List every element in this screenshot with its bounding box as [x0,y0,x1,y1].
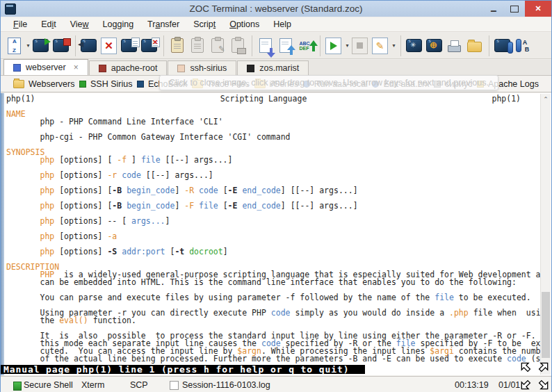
zoc-terminal-window: ZOC Terminal : webserver (Standard.zoc) … [0,0,552,392]
terminal-line: can be embedded into HTML. This is the c… [6,279,550,286]
terminal-scrollbar[interactable] [540,94,551,375]
sort-az-dropdown-icon[interactable] [25,35,31,56]
image-viewer-tooltip: Click to close image, click and drag to … [159,75,498,90]
menu-logging[interactable]: Logging [96,19,141,29]
stop-script-icon[interactable] [350,35,369,56]
tab-bar: webserver×apache-rootssh-siriuszos.maris… [1,60,551,76]
terminal-line: php [options] [-B begin_code] -R code [-… [6,187,550,195]
status-log-file[interactable]: Session-1116-0103.log [182,377,270,392]
terminal-line: php-cgi - PHP Common Gateway Interface '… [6,133,550,141]
terminal-line: php [options] -a [6,233,550,240]
manpage-body: NAME php - PHP Command Line Interface 'C… [6,103,550,363]
menu-file[interactable]: File [6,19,34,29]
menu-help[interactable]: Help [266,19,298,29]
tab-icon [247,65,254,72]
run-script-dropdown-icon[interactable] [344,35,350,56]
capture-to-file-icon[interactable] [120,35,138,56]
terminal-line: php [options] -- [ args...] [6,218,550,225]
terminal-line [6,256,550,263]
close-button[interactable] [525,1,551,17]
secure-shell-icon [13,382,22,391]
tab-icon [99,65,106,72]
terminal-line: the eval() function. [6,317,550,325]
paste-clipboard-icon[interactable] [168,35,186,56]
capture-off-icon[interactable] [140,35,159,56]
quick-button-Webservers[interactable]: Webservers [13,79,74,89]
pager-status-line: Manual page php(1) line 1 (press h for h… [1,365,365,374]
charset-ab-icon[interactable] [513,35,532,56]
menu-view[interactable]: View [63,19,96,29]
terminal-line: php [options] [ -f ] file [[--] args...] [6,156,550,164]
connect-session-icon[interactable] [31,35,50,56]
terminal-line: You can parse and execute files by using… [6,294,550,302]
print-clipboard-icon[interactable] [228,35,247,56]
manpage-header-center: Scripting Language [220,95,307,103]
terminal-line: php [options] -S addr:port [-t docroot] [6,248,550,256]
status-protocol[interactable]: SCP [130,377,148,392]
print-screen-icon[interactable] [445,35,464,56]
terminal-line: php - PHP Command Line Interface 'CLI' [6,118,550,126]
open-folder-icon[interactable] [465,35,484,56]
terminal-line [6,141,550,149]
square-icon [137,81,144,88]
tab-ssh-sirius[interactable]: ssh-sirius [168,60,236,75]
window-title: ZOC Terminal : webserver (Standard.zoc) [1,1,551,17]
send-text-icon[interactable] [296,35,315,56]
log-checkbox[interactable] [170,381,179,390]
terminal-content: php(1) Scripting Language php(1) NAME ph… [6,95,550,363]
quick-button-SSH Sirius[interactable]: SSH Sirius [79,79,132,89]
maximize-button[interactable] [504,1,525,17]
edit-script-dropdown-icon[interactable] [391,35,397,56]
scrollbar-thumb[interactable] [542,292,550,358]
tab-label: apache-root [111,63,158,73]
tab-zos.marist[interactable]: zos.marist [237,60,309,75]
menu-edit[interactable]: Edit [34,19,63,29]
manpage-header-line: php(1) Scripting Language php(1) [6,95,521,103]
menu-script[interactable]: Script [186,19,222,29]
charset-tool-icon[interactable] [493,35,512,56]
run-script-icon[interactable] [324,35,343,56]
fullscreen-icon[interactable] [405,35,423,56]
send-file-icon[interactable] [276,35,295,56]
status-time: 00:13:19 [455,377,489,392]
scrollbar-up-icon[interactable] [541,95,551,104]
tab-label: ssh-sirius [190,63,227,73]
terminal-line [6,103,550,111]
copy-clipboard-icon[interactable] [188,35,206,56]
receive-file-icon[interactable] [256,35,275,56]
terminal-line: php [options] [-B begin_code] -F file [-… [6,202,550,210]
status-emulation[interactable]: Xterm [81,377,104,392]
terminal-left-margin [1,93,4,375]
status-connection[interactable]: Secure Shell [24,377,73,392]
minimize-button[interactable] [483,1,504,17]
toolbar [1,33,551,59]
clear-screen-icon[interactable] [99,35,118,56]
sort-az-icon[interactable] [5,35,24,56]
tab-icon [13,64,21,72]
menu-options[interactable]: Options [222,19,266,29]
tab-webserver[interactable]: webserver× [3,59,88,75]
terminal-line: of the actual line being processed. Furt… [6,355,550,363]
menu-transfer[interactable]: Transfer [140,19,186,29]
session-mute-icon[interactable] [79,35,98,56]
terminal-line: php [options] -r code [[--] args...] [6,172,550,179]
status-bar: Secure Shell Xterm SCP Session-1116-0103… [1,376,551,392]
quick-button-label: SSH Sirius [90,79,132,89]
tab-icon [177,65,185,72]
manpage-header-right: php(1) [492,95,521,103]
tab-label: zos.marist [259,63,299,73]
edit-script-icon[interactable] [371,35,389,56]
folder-icon [13,80,24,88]
quick-button-label: Webservers [29,79,74,89]
move-cursor-icon [519,362,550,390]
menu-bar: File Edit View Logging Transfer Script O… [1,17,551,32]
tab-close-icon[interactable]: × [74,63,79,72]
square-icon [79,81,86,88]
tab-label: webserver [26,63,66,72]
terminal-area[interactable]: php(1) Scripting Language php(1) NAME ph… [1,93,551,375]
tab-apache-root[interactable]: apache-root [89,60,168,75]
edit-clipboard-icon[interactable] [208,35,227,56]
disconnect-session-icon[interactable] [51,35,70,56]
status-date: 01/01 [498,377,520,392]
host-directory-icon[interactable] [425,35,444,56]
